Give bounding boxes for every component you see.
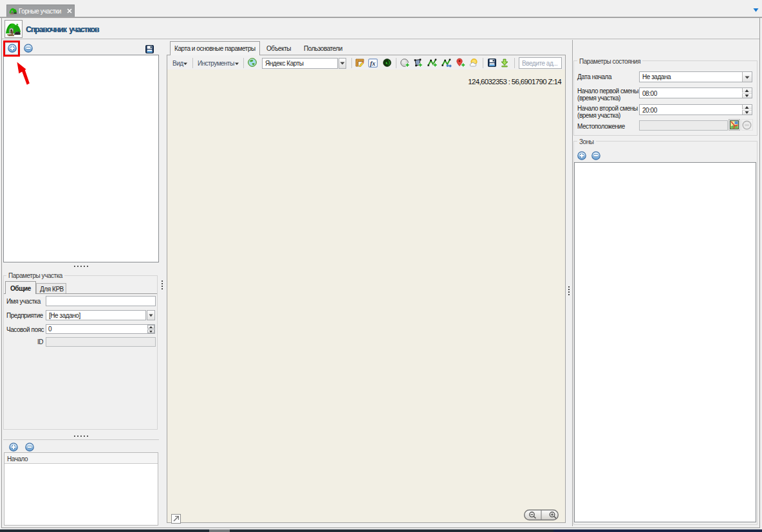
svg-text:fx: fx [370,60,375,67]
